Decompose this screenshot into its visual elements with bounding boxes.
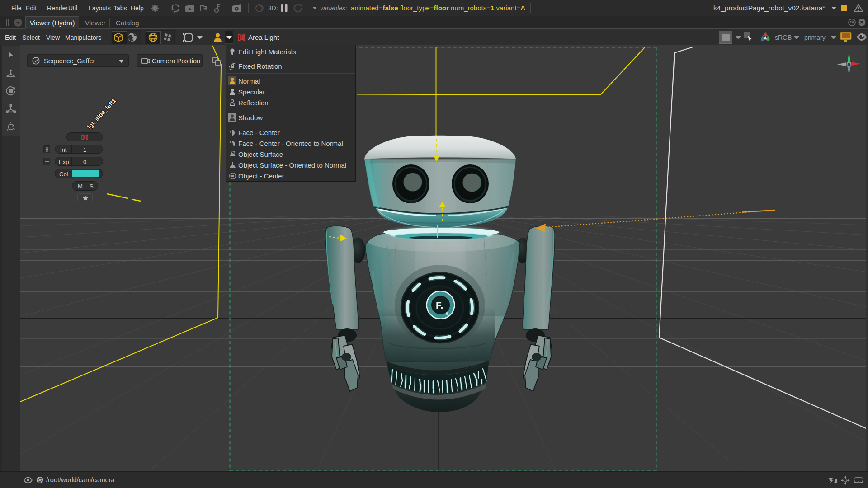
- svg-text:F.: F.: [436, 300, 443, 310]
